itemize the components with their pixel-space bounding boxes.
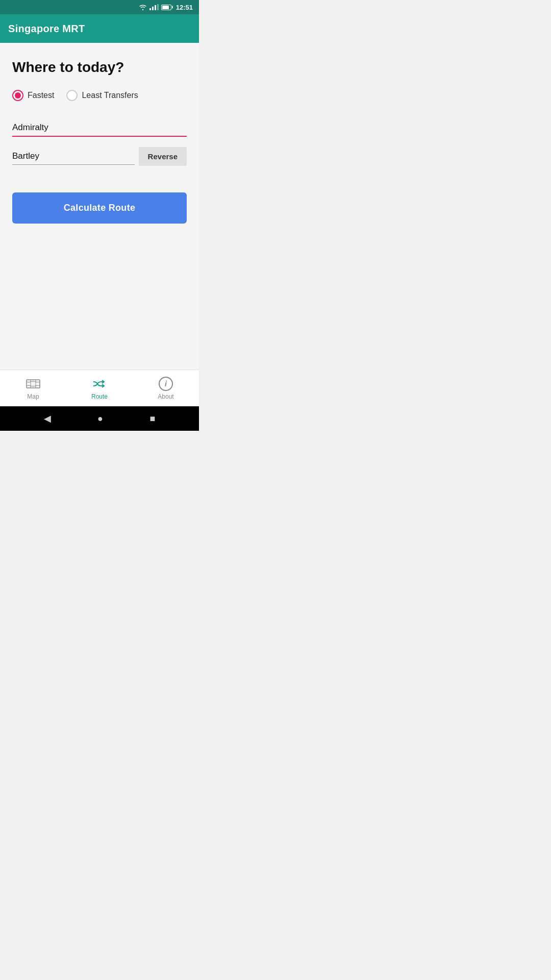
reverse-button[interactable]: Reverse xyxy=(139,147,187,166)
to-input-row: Reverse xyxy=(12,147,187,166)
page-title: Where to today? xyxy=(12,59,187,76)
svg-rect-0 xyxy=(27,380,40,388)
battery-icon xyxy=(161,5,171,10)
status-icons: 12:51 xyxy=(139,4,193,11)
app-title: Singapore MRT xyxy=(8,23,85,35)
signal-icon xyxy=(149,4,159,10)
map-icon xyxy=(26,377,40,391)
nav-label-map: Map xyxy=(27,393,39,400)
bottom-nav: Map Route i About xyxy=(0,370,199,406)
info-circle: i xyxy=(159,377,173,391)
least-transfers-label: Least Transfers xyxy=(82,91,138,100)
status-time: 12:51 xyxy=(176,4,193,11)
nav-item-route[interactable]: Route xyxy=(66,377,133,400)
from-input-group xyxy=(12,119,187,137)
about-icon: i xyxy=(159,377,173,391)
to-input[interactable] xyxy=(12,148,135,165)
from-input[interactable] xyxy=(12,119,187,137)
nav-item-map[interactable]: Map xyxy=(0,377,66,400)
android-nav-bar: ◀ ● ■ xyxy=(0,406,199,431)
route-type-selector: Fastest Least Transfers xyxy=(12,90,187,101)
nav-label-about: About xyxy=(158,393,173,400)
nav-item-about[interactable]: i About xyxy=(133,377,199,400)
route-icon xyxy=(92,377,107,391)
app-bar: Singapore MRT xyxy=(0,14,199,43)
status-bar: 12:51 xyxy=(0,0,199,14)
home-button[interactable]: ● xyxy=(97,413,103,424)
main-content: Where to today? Fastest Least Transfers … xyxy=(0,43,199,370)
to-input-group: Reverse xyxy=(12,147,187,166)
nav-label-route: Route xyxy=(91,393,108,400)
back-button[interactable]: ◀ xyxy=(44,413,51,424)
recents-button[interactable]: ■ xyxy=(149,413,155,424)
least-transfers-radio[interactable]: Least Transfers xyxy=(66,90,138,101)
fastest-label: Fastest xyxy=(28,91,54,100)
fastest-radio[interactable]: Fastest xyxy=(12,90,54,101)
wifi-icon xyxy=(139,4,147,10)
least-transfers-radio-circle[interactable] xyxy=(66,90,78,101)
calculate-route-button[interactable]: Calculate Route xyxy=(12,192,187,224)
fastest-radio-circle[interactable] xyxy=(12,90,23,101)
